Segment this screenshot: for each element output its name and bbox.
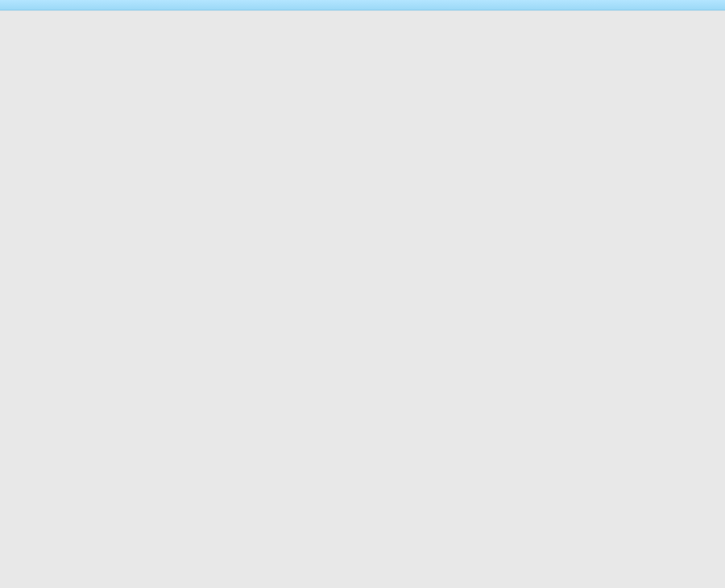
notice-banner xyxy=(0,0,725,10)
elective-heading xyxy=(23,38,702,57)
header-control xyxy=(412,19,501,38)
header-course xyxy=(23,19,412,38)
header-grade xyxy=(598,19,702,38)
grades-table xyxy=(23,19,702,38)
header-score xyxy=(501,19,598,38)
